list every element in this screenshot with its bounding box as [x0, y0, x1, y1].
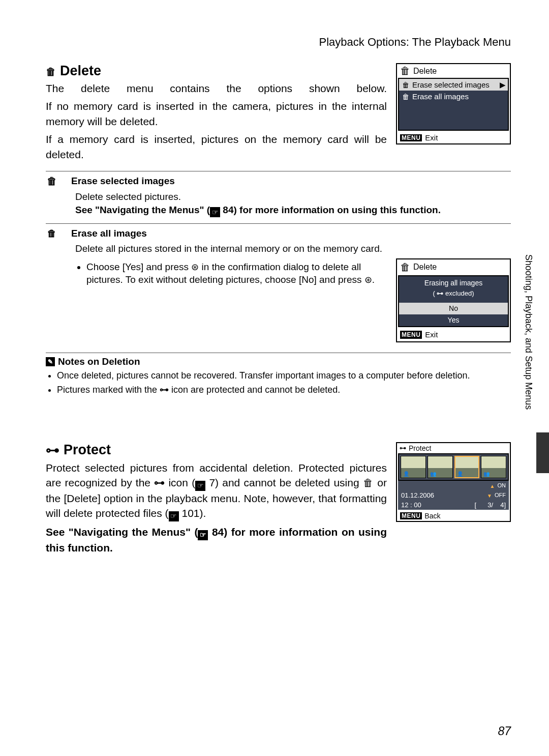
back-label: Back — [424, 512, 440, 520]
menu-badge: MENU — [400, 512, 422, 519]
trash-icon — [363, 478, 374, 488]
protect-screen: Protect 👤 👥 👤 👥 ON 01.12.2006 OFF 12 : 0… — [396, 442, 511, 522]
confirm-sub: ( excluded) — [399, 289, 508, 303]
thumb-2: 👥 — [428, 456, 453, 478]
key-icon — [46, 442, 59, 458]
protect-row-date: 01.12.2006 OFF — [398, 490, 509, 500]
ref-icon: ☞ — [195, 481, 205, 491]
erase-selected-label: Erase selected images — [412, 80, 490, 89]
down-icon — [487, 491, 492, 499]
trash-icon — [400, 65, 410, 77]
up-icon — [490, 482, 495, 489]
protect-para: Protect selected pictures from accidenta… — [46, 460, 387, 521]
ref-icon: ☞ — [198, 530, 208, 540]
protect-see: See "Navigating the Menus" (☞ 84) for mo… — [46, 525, 387, 555]
protect-date: 01.12.2006 — [401, 491, 434, 499]
confirm-msg: Erasing all images — [399, 276, 508, 289]
page-number: 87 — [498, 724, 511, 738]
erase-all-confirm-screen: Delete Erasing all images ( excluded) No… — [396, 258, 511, 342]
protect-heading: Protect — [46, 442, 387, 458]
screen-title: Delete — [413, 261, 437, 273]
opt-erase-selected-body: Delete selected pictures. — [75, 190, 511, 203]
notes-on-deletion-head: ✎ Notes on Deletion — [46, 353, 511, 367]
thumb-1: 👤 — [401, 456, 426, 478]
erase-all-label: Erase all images — [412, 92, 469, 101]
ref-icon: ☞ — [210, 207, 220, 217]
thumbnail-row: 👤 👥 👤 👥 — [398, 453, 509, 481]
protect-total: 4] — [496, 501, 506, 509]
menu-badge: MENU — [400, 331, 422, 339]
menu-badge: MENU — [400, 134, 422, 141]
protect-screen-title: Protect — [409, 444, 431, 452]
key-icon — [437, 289, 443, 297]
opt-erase-selected-head: Erase selected images — [46, 171, 511, 187]
delete-menu-screen: Delete Erase selected images ▶ Erase all… — [396, 63, 511, 144]
delete-title: Delete — [60, 63, 101, 79]
ref-icon: ☞ — [169, 511, 179, 521]
opt-erase-all-body: Delete all pictures stored in the intern… — [75, 242, 511, 255]
opt-erase-selected-title: Erase selected images — [71, 176, 175, 187]
opt-erase-all-title: Erase all images — [71, 228, 147, 239]
erase-selected-row: Erase selected images ▶ — [399, 79, 508, 91]
notes-bullet-2: Pictures marked with the icon are protec… — [57, 384, 511, 396]
erase-all-row: Erase all images — [399, 91, 508, 102]
protect-row-time: 12 : 00 [ 3/ 4] — [398, 500, 509, 510]
breadcrumb: Playback Options: The Playback Menu — [46, 36, 511, 49]
chevron-right-icon: ▶ — [500, 80, 506, 90]
thumb-4: 👥 — [481, 456, 506, 478]
protect-time: 12 : 00 — [401, 501, 421, 509]
ok-icon — [191, 262, 199, 272]
erase-selected-icon — [402, 80, 409, 89]
screen-title: Delete — [413, 67, 437, 76]
exit-label: Exit — [425, 133, 438, 142]
opt-erase-all-bullet: Choose [Yes] and press in the confirmati… — [86, 260, 387, 286]
side-tab-stub — [536, 432, 549, 473]
protect-index: 3/ — [479, 501, 493, 509]
delete-para-3: If a memory card is inserted, pictures o… — [46, 132, 387, 162]
erase-all-icon — [402, 92, 409, 101]
opt-erase-selected-see: See "Navigating the Menus" (☞ 84) for mo… — [75, 203, 511, 217]
protect-title: Protect — [64, 442, 111, 458]
thumb-3-selected: 👤 — [454, 456, 480, 478]
confirm-no: No — [399, 303, 508, 314]
note-icon: ✎ — [46, 357, 55, 366]
erase-all-option-icon — [46, 228, 58, 239]
delete-heading: Delete — [46, 63, 387, 79]
notes-bullet-1: Once deleted, pictures cannot be recover… — [57, 369, 511, 382]
delete-para-2: If no memory card is inserted in the cam… — [46, 99, 387, 129]
ok-icon — [364, 275, 372, 285]
key-icon — [400, 444, 406, 452]
confirm-yes: Yes — [399, 314, 508, 326]
opt-erase-all-head: Erase all images — [46, 223, 511, 239]
exit-label: Exit — [425, 330, 438, 340]
side-tab-label: Shooting, Playback, and Setup Menus — [523, 254, 534, 410]
key-icon — [160, 385, 169, 395]
notes-title: Notes on Deletion — [58, 356, 140, 367]
protect-row-on: ON — [398, 481, 509, 490]
erase-selected-option-icon — [46, 176, 58, 187]
trash-icon — [400, 260, 410, 274]
delete-para-1: The delete menu contains the options sho… — [46, 81, 387, 96]
key-icon — [154, 477, 165, 488]
trash-icon — [46, 63, 56, 79]
